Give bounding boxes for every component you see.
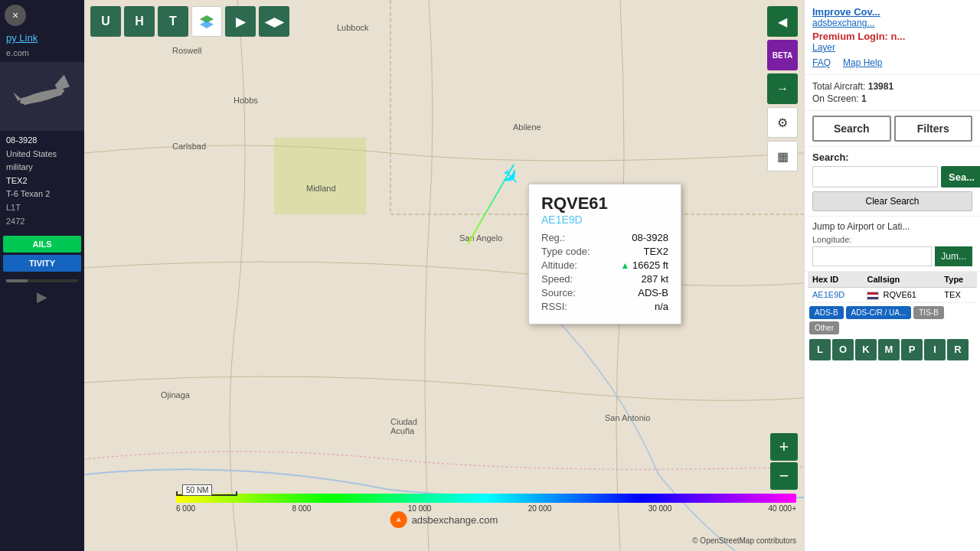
scale-label: 50 NM [182,484,212,496]
activity-button[interactable]: TIVITY [3,255,81,272]
details-button[interactable]: AILS [3,236,81,253]
zoom-out-button[interactable]: − [770,462,798,490]
right-panel: Improve Cov... adsbexchang... Premium Lo… [804,0,980,551]
popup-rssi-row: RSSI: n/a [541,301,668,312]
badge-ads-b[interactable]: ADS-B [809,306,844,319]
adsbexchange-link[interactable]: adsbexchang... [812,18,972,28]
map-top-controls: U H T ▶ ◀▶ [90,6,758,37]
badge-tis-b[interactable]: TIS-B [913,306,944,319]
nav-btn-m[interactable]: M [878,339,900,360]
btn-chart[interactable]: ▦ [767,141,798,171]
table-row[interactable]: AE1E9D RQVE61 TEX [808,288,977,303]
left-panel: × py Link e.com 08-3928 United States mi… [0,0,84,551]
callsign-cell: RQVE61 [862,288,939,303]
popup-rssi-value: n/a [655,301,668,312]
hex-id-cell[interactable]: AE1E9D [812,290,844,299]
btn-arrow-right[interactable]: ▶ [225,6,256,37]
reg-value: 08-3928 [6,134,78,148]
alt-label-4: 30 000 [648,504,672,513]
faq-link[interactable]: FAQ [812,57,831,68]
svg-marker-3 [13,91,21,102]
col-callsign[interactable]: Callsign [862,272,939,288]
popup-alt-label: Altitude: [541,259,577,271]
col-hex-id[interactable]: Hex ID [808,272,862,288]
total-aircraft-stat: Total Aircraft: 13981 [812,81,972,92]
aircraft-image [0,62,84,131]
search-go-button[interactable]: Sea... [941,166,980,187]
right-top: Improve Cov... adsbexchang... Premium Lo… [805,0,980,75]
premium-login-link[interactable]: Premium Login: n... [812,31,972,42]
alt-label-1: 8 000 [292,504,311,513]
copy-link[interactable]: py Link [0,29,84,47]
popup-reg-row: Reg.: 08-3928 [541,232,668,243]
btn-gear[interactable]: ⚙ [767,107,798,138]
aircraft-info: 08-3928 United States military TEX2 T-6 … [0,131,84,231]
btn-arrow-left[interactable]: ◀ [767,6,798,37]
map-help-link[interactable]: Map Help [843,57,882,68]
popup-reg-value: 08-3928 [632,232,668,243]
improve-coverage-link[interactable]: Improve Cov... [812,6,972,18]
svg-marker-7 [200,21,214,28]
popup-alt-row: Altitude: ▲ 16625 ft [541,259,668,271]
svg-marker-2 [53,74,70,91]
nav-btn-k[interactable]: K [855,339,877,360]
popup-hex-id[interactable]: AE1E9D [541,214,668,226]
jump-button[interactable]: Jum... [935,246,972,266]
aircraft-popup: RQVE61 AE1E9D Reg.: 08-3928 Type code: T… [528,184,681,324]
popup-callsign: RQVE61 [541,194,668,214]
popup-type-label: Type code: [541,246,590,257]
results-table-section: Hex ID Callsign Type AE1E9D RQVE61 TEX [805,272,980,303]
popup-alt-value: ▲ 16625 ft [620,259,668,271]
search-input[interactable] [812,166,938,187]
type-cell: TEX [939,288,977,303]
svg-rect-4 [84,0,804,551]
msn-value: 2472 [6,215,78,229]
scroll-thumb[interactable] [6,279,28,282]
map-attribution: © OpenStreetMap contributors [692,536,796,545]
right-main-buttons: Search Filters [805,111,980,147]
btn-beta[interactable]: BETA [767,40,798,70]
popup-rssi-label: RSSI: [541,301,567,312]
left-arrow-button[interactable]: ▶ [0,285,84,308]
nav-btn-i[interactable]: I [924,339,946,360]
watermark-logo: A [390,511,407,528]
svg-rect-5 [274,138,366,214]
btn-h[interactable]: H [124,6,155,37]
badge-other[interactable]: Other [809,321,839,334]
right-links: FAQ Map Help [812,57,972,68]
scroll-bar [6,279,78,282]
map-right-controls: ◀ BETA → ⚙ ▦ [767,6,798,171]
popup-reg-label: Reg.: [541,232,565,243]
popup-source-value: ADS-B [638,287,668,298]
btn-layers[interactable] [191,6,222,37]
btn-t[interactable]: T [158,6,188,37]
search-button[interactable]: Search [812,116,891,142]
type-code-value: TEX2 [6,174,78,188]
nav-btn-l[interactable]: L [809,339,831,360]
nav-btn-o[interactable]: O [832,339,854,360]
right-stats: Total Aircraft: 13981 On Screen: 1 [805,75,980,111]
btn-double-arrow[interactable]: ◀▶ [259,6,289,37]
country-value: United States [6,148,78,161]
jump-input[interactable] [812,246,932,266]
search-row: Sea... [812,166,972,187]
jump-section: Jump to Airport or Lati... Longitude: Ju… [805,217,980,272]
btn-u[interactable]: U [90,6,121,37]
layer-link[interactable]: Layer [812,42,972,53]
clear-search-button[interactable]: Clear Search [812,191,972,211]
map-area[interactable]: Roswell Lubbock Hobbs Carlsbad Midland A… [84,0,804,551]
zoom-in-button[interactable]: + [770,433,798,461]
btn-login[interactable]: → [767,73,798,104]
nav-btn-r[interactable]: R [947,339,969,360]
popup-speed-value: 287 kt [642,273,668,285]
popup-source-row: Source: ADS-B [541,287,668,298]
nav-letter-buttons: L O K M P I R [805,337,980,362]
filters-button[interactable]: Filters [894,116,973,142]
search-section: Search: Sea... Clear Search [805,147,980,217]
popup-type-row: Type code: TEX2 [541,246,668,257]
close-button[interactable]: × [5,5,26,26]
nav-btn-p[interactable]: P [901,339,923,360]
badge-ads-c[interactable]: ADS-C/R / UA... [846,306,912,319]
map-background [84,0,804,551]
col-type[interactable]: Type [939,272,977,288]
